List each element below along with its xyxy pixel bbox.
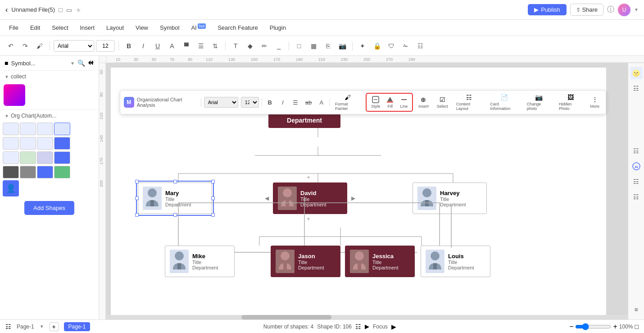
- ft-fill-btn[interactable]: Fill: [384, 95, 396, 110]
- menu-edit[interactable]: Edit: [28, 23, 42, 32]
- save-icon[interactable]: □: [59, 6, 62, 14]
- table-button[interactable]: ☷: [414, 40, 426, 52]
- menu-insert[interactable]: Insert: [78, 23, 97, 32]
- sidebar-collapse-button[interactable]: ⯬: [88, 59, 94, 67]
- ft-size-select[interactable]: 12: [241, 97, 259, 108]
- align-center-button[interactable]: ☰: [195, 40, 207, 52]
- ft-format-painter-btn[interactable]: 🖌 Format Painter: [332, 92, 363, 112]
- fit-screen-button[interactable]: □: [635, 323, 639, 330]
- scrollbar-horizontal[interactable]: [106, 315, 628, 319]
- font-size-input[interactable]: [96, 40, 115, 52]
- ft-font-select[interactable]: Arial: [204, 97, 238, 108]
- sidebar-search-button[interactable]: 🔍: [77, 59, 85, 67]
- david-node[interactable]: David Title Department: [273, 182, 347, 214]
- page-dropdown[interactable]: ▼: [40, 324, 44, 329]
- rp-ai-button[interactable]: AI: [630, 160, 643, 173]
- handle-tl[interactable]: [135, 180, 139, 183]
- menu-select[interactable]: Select: [50, 23, 70, 32]
- bold-button[interactable]: B: [122, 40, 135, 52]
- help-icon[interactable]: ⓘ: [607, 5, 614, 14]
- thumb-10[interactable]: [20, 151, 36, 164]
- rp-paint-button[interactable]: 🌝: [630, 67, 643, 79]
- back-icon[interactable]: ‹: [5, 6, 8, 14]
- thumb-avatar[interactable]: 👤: [3, 180, 19, 196]
- pen-button[interactable]: ✏: [258, 40, 271, 52]
- border-button[interactable]: □: [293, 40, 305, 52]
- style-fill-button[interactable]: ◆: [244, 40, 256, 52]
- menu-file[interactable]: File: [7, 23, 20, 32]
- zoom-slider[interactable]: [575, 323, 611, 330]
- cut-button[interactable]: ✁: [399, 40, 412, 52]
- handle-br[interactable]: [211, 213, 215, 217]
- thumb-9[interactable]: [3, 151, 19, 164]
- rp-grid-button[interactable]: ☷: [630, 145, 643, 157]
- page-tab-1[interactable]: Page-1: [64, 322, 91, 331]
- thumb-11[interactable]: [37, 151, 53, 164]
- italic-button[interactable]: I: [137, 40, 150, 52]
- menu-view[interactable]: View: [134, 23, 150, 32]
- shadow-button[interactable]: ▦: [307, 40, 320, 52]
- window-icon[interactable]: ▭: [66, 6, 72, 14]
- david-arrow-top[interactable]: +: [307, 174, 310, 181]
- image-button[interactable]: 📷: [336, 40, 349, 52]
- ft-select-btn[interactable]: ☑ Select: [434, 95, 451, 110]
- underline-button[interactable]: U: [151, 40, 164, 52]
- format-painter-button[interactable]: 🖌: [33, 40, 46, 52]
- louis-node[interactable]: Louis Title Department: [421, 246, 490, 277]
- user-avatar[interactable]: U: [618, 4, 630, 16]
- lock-button[interactable]: 🔒: [371, 40, 383, 52]
- rp-pages-button[interactable]: ☷: [630, 191, 643, 203]
- canvas-scroll[interactable]: M Organizational Chart Analysis Arial 12…: [106, 63, 628, 319]
- publish-button[interactable]: ▶ Publish: [528, 4, 567, 15]
- avatar-chevron[interactable]: ▼: [634, 7, 639, 12]
- sidebar-chevron[interactable]: ▼: [70, 61, 75, 66]
- collect-section[interactable]: ▼ collect: [0, 71, 99, 82]
- line-color-button[interactable]: ⎯: [272, 40, 285, 52]
- david-arrow-bottom[interactable]: +: [307, 216, 310, 222]
- ft-insert-btn[interactable]: ⊕ Insert: [416, 95, 431, 110]
- org-section[interactable]: ▼ Org Chart(Autom...: [0, 110, 99, 122]
- align-vert-button[interactable]: ⇅: [209, 40, 222, 52]
- layers-button[interactable]: ☷: [355, 323, 361, 330]
- david-arrow-left[interactable]: ◀: [265, 195, 269, 201]
- mike-node[interactable]: Mike Title Department: [165, 246, 235, 277]
- rp-layers-button[interactable]: ☷: [630, 82, 643, 95]
- thumb-8[interactable]: [54, 137, 70, 150]
- pages-icon-button[interactable]: ☷: [5, 323, 11, 330]
- ft-content-layout-btn[interactable]: ☷ Content Layout: [454, 92, 485, 112]
- menu-symbol[interactable]: Symbol: [158, 23, 181, 32]
- thumb-16[interactable]: [54, 166, 70, 178]
- thumb-12[interactable]: [54, 151, 70, 164]
- thumb-2[interactable]: [20, 123, 36, 135]
- share-button[interactable]: ⇧ Share: [570, 4, 603, 16]
- star-icon[interactable]: ★: [76, 6, 82, 14]
- collect-image[interactable]: [4, 84, 25, 106]
- thumb-14[interactable]: [20, 166, 36, 178]
- handle-mr[interactable]: [211, 196, 215, 200]
- focus-button[interactable]: ▶: [365, 323, 369, 330]
- handle-bc[interactable]: [173, 213, 177, 217]
- ft-line-btn[interactable]: Line: [397, 95, 410, 110]
- menu-layout[interactable]: Layout: [104, 23, 126, 32]
- thumb-7[interactable]: [37, 137, 53, 150]
- crop-button[interactable]: ⎘: [322, 40, 334, 52]
- thumb-4[interactable]: [54, 123, 70, 135]
- scrollbar-thumb[interactable]: [241, 315, 331, 319]
- ft-text-color-btn[interactable]: A: [316, 97, 327, 108]
- menu-ai[interactable]: AIhot: [189, 23, 208, 32]
- handle-tc[interactable]: [173, 180, 177, 183]
- handle-tr[interactable]: [211, 180, 215, 183]
- sparkle-button[interactable]: ✦: [356, 40, 369, 52]
- handle-ml[interactable]: [135, 196, 139, 200]
- undo-button[interactable]: ↶: [5, 40, 17, 52]
- thumb-1[interactable]: [3, 123, 19, 135]
- thumb-5[interactable]: [3, 137, 19, 150]
- font-family-select[interactable]: Arial: [54, 40, 94, 52]
- add-shapes-button[interactable]: Add Shapes: [24, 201, 74, 215]
- rp-settings-button[interactable]: ≡: [630, 303, 643, 316]
- ft-hidden-photo-btn[interactable]: 🖼 Hidden Photo: [556, 92, 585, 112]
- ft-change-photo-btn[interactable]: 📷 Change photo: [524, 92, 553, 112]
- text-button[interactable]: T: [229, 40, 242, 52]
- protect-button[interactable]: 🛡: [385, 40, 398, 52]
- zoom-out-button[interactable]: −: [569, 323, 573, 331]
